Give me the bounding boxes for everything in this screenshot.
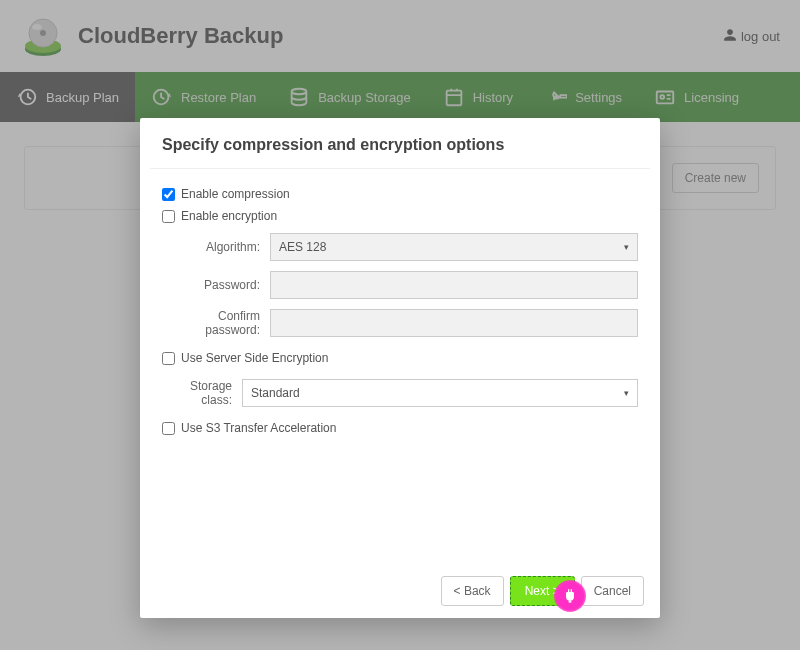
modal-overlay: Specify compression and encryption optio…	[0, 0, 800, 650]
compression-encryption-modal: Specify compression and encryption optio…	[140, 118, 660, 618]
algorithm-value: AES 128	[279, 240, 326, 254]
next-button[interactable]: Next >	[510, 576, 575, 606]
enable-encryption-label: Enable encryption	[181, 209, 277, 223]
password-input[interactable]	[270, 271, 638, 299]
password-label: Password:	[162, 278, 270, 292]
storage-class-row: Storage class: Standard ▾	[162, 379, 638, 407]
confirm-password-label: Confirm password:	[162, 309, 270, 337]
s3ta-label: Use S3 Transfer Acceleration	[181, 421, 336, 435]
chevron-down-icon: ▾	[624, 242, 629, 252]
storage-class-select[interactable]: Standard ▾	[242, 379, 638, 407]
enable-compression-checkbox[interactable]	[162, 188, 175, 201]
modal-title: Specify compression and encryption optio…	[140, 118, 660, 168]
password-row: Password:	[162, 271, 638, 299]
enable-compression-label: Enable compression	[181, 187, 290, 201]
enable-encryption-row: Enable encryption	[162, 209, 638, 223]
confirm-password-row: Confirm password:	[162, 309, 638, 337]
sse-label: Use Server Side Encryption	[181, 351, 328, 365]
cancel-button[interactable]: Cancel	[581, 576, 644, 606]
enable-encryption-checkbox[interactable]	[162, 210, 175, 223]
chevron-down-icon: ▾	[624, 388, 629, 398]
back-button[interactable]: < Back	[441, 576, 504, 606]
enable-compression-row: Enable compression	[162, 187, 638, 201]
algorithm-label: Algorithm:	[162, 240, 270, 254]
s3ta-row: Use S3 Transfer Acceleration	[162, 421, 638, 435]
storage-class-value: Standard	[251, 386, 300, 400]
algorithm-row: Algorithm: AES 128 ▾	[162, 233, 638, 261]
algorithm-select[interactable]: AES 128 ▾	[270, 233, 638, 261]
s3ta-checkbox[interactable]	[162, 422, 175, 435]
confirm-password-input[interactable]	[270, 309, 638, 337]
modal-body: Enable compression Enable encryption Alg…	[140, 169, 660, 564]
modal-footer: < Back Next > Cancel	[140, 564, 660, 618]
sse-row: Use Server Side Encryption	[162, 351, 638, 365]
storage-class-label: Storage class:	[162, 379, 242, 407]
sse-checkbox[interactable]	[162, 352, 175, 365]
